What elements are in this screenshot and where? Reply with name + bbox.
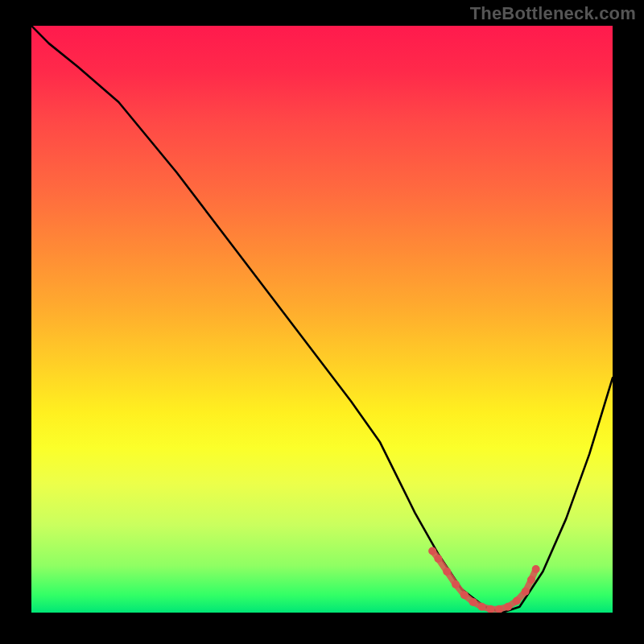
chart-frame: TheBottleneck.com	[0, 0, 644, 644]
optimal-range-dot	[513, 597, 521, 605]
optimal-range-dot	[434, 555, 442, 563]
optimal-range-dot	[532, 565, 540, 573]
optimal-range-dot	[469, 598, 477, 606]
watermark-text: TheBottleneck.com	[470, 3, 636, 24]
optimal-range-dot	[452, 580, 460, 588]
optimal-range-dot	[428, 547, 436, 555]
optimal-range-dot	[522, 588, 530, 596]
chart-svg	[31, 26, 613, 613]
optimal-range-dot	[443, 568, 451, 576]
optimal-range-dot	[460, 591, 469, 599]
optimal-range-dot	[527, 576, 535, 584]
optimal-range-dot	[504, 603, 512, 611]
optimal-range-dot	[478, 603, 486, 611]
bottleneck-curve-path	[31, 26, 613, 613]
plot-area	[31, 26, 613, 613]
bottleneck-curve	[31, 26, 613, 613]
